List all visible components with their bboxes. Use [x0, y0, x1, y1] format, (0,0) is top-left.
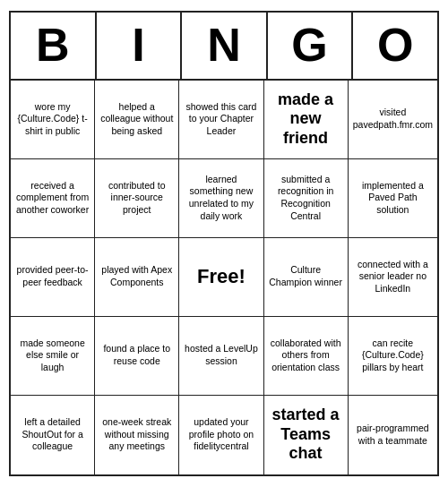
bingo-cell-15[interactable]: made someone else smile or laugh: [11, 317, 95, 396]
bingo-letter-g: G: [268, 13, 354, 78]
bingo-cell-1[interactable]: helped a colleague without being asked: [95, 81, 179, 159]
bingo-letter-i: I: [97, 13, 183, 78]
bingo-cell-17[interactable]: hosted a LevelUp session: [179, 317, 263, 396]
bingo-cell-8[interactable]: submitted a recognition in Recognition C…: [264, 159, 349, 238]
bingo-letter-n: N: [182, 13, 268, 78]
bingo-cell-11[interactable]: played with Apex Components: [95, 238, 179, 317]
bingo-letter-b: B: [11, 13, 97, 78]
bingo-cell-18[interactable]: collaborated with others from orientatio…: [264, 317, 349, 396]
bingo-cell-5[interactable]: received a complement from another cowor…: [11, 159, 95, 238]
bingo-cell-19[interactable]: can recite {Culture.Code} pillars by hea…: [349, 317, 437, 396]
bingo-cell-2[interactable]: showed this card to your Chapter Leader: [179, 81, 263, 159]
bingo-cell-0[interactable]: wore my {Culture.Code} t-shirt in public: [11, 81, 95, 159]
bingo-cell-24[interactable]: pair-programmed with a teammate: [349, 396, 437, 474]
bingo-header: BINGO: [11, 13, 437, 80]
bingo-cell-16[interactable]: found a place to reuse code: [95, 317, 179, 396]
bingo-cell-14[interactable]: connected with a senior leader no Linked…: [349, 238, 437, 317]
bingo-cell-4[interactable]: visited pavedpath.fmr.com: [349, 81, 437, 159]
bingo-grid: wore my {Culture.Code} t-shirt in public…: [11, 81, 437, 474]
bingo-card: BINGO wore my {Culture.Code} t-shirt in …: [9, 11, 439, 475]
bingo-cell-23[interactable]: started a Teams chat: [264, 396, 349, 474]
bingo-cell-9[interactable]: implemented a Paved Path solution: [349, 159, 437, 238]
bingo-cell-3[interactable]: made a new friend: [264, 81, 349, 159]
bingo-cell-7[interactable]: learned something new unrelated to my da…: [179, 159, 263, 238]
bingo-cell-13[interactable]: Culture Champion winner: [264, 238, 349, 317]
bingo-letter-o: O: [353, 13, 437, 78]
bingo-cell-10[interactable]: provided peer-to-peer feedback: [11, 238, 95, 317]
bingo-cell-21[interactable]: one-week streak without missing any meet…: [95, 396, 179, 474]
bingo-cell-20[interactable]: left a detailed ShoutOut for a colleague: [11, 396, 95, 474]
bingo-cell-22[interactable]: updated your profile photo on fidelityce…: [179, 396, 263, 474]
bingo-cell-12[interactable]: Free!: [179, 238, 263, 317]
bingo-cell-6[interactable]: contributed to inner-source project: [95, 159, 179, 238]
